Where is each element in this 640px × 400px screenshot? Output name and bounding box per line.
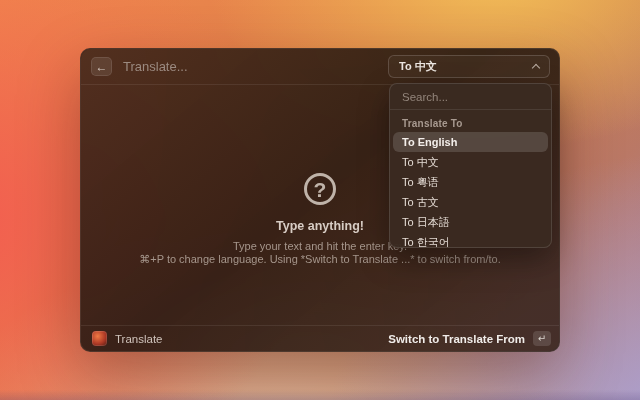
question-mark-icon: ? (304, 173, 336, 205)
dropdown-section-label: Translate To (390, 110, 551, 132)
target-language-select[interactable]: To 中文 (388, 55, 550, 78)
statusbar: Translate Switch to Translate From ↵ (81, 325, 559, 351)
question-glyph: ? (314, 179, 327, 200)
language-option-yueyu[interactable]: To 粤语 (390, 172, 551, 192)
language-dropdown-panel: Translate To To English To 中文 To 粤语 To 古… (389, 83, 552, 248)
empty-state-title: Type anything! (276, 219, 364, 233)
language-search-input[interactable] (390, 84, 551, 110)
enter-key-icon: ↵ (533, 331, 551, 346)
empty-state-description-line1: Type your text and hit the enter key. (233, 240, 407, 253)
translate-text-input[interactable] (123, 59, 353, 74)
switch-translate-from-action[interactable]: Switch to Translate From ↵ (388, 331, 551, 346)
back-button[interactable]: ← (91, 57, 112, 76)
language-option-japanese[interactable]: To 日本語 (390, 212, 551, 232)
desktop-background: ← To 中文 ? Type anything! Type your text … (0, 0, 640, 400)
language-option-english[interactable]: To English (393, 132, 548, 152)
translate-window: ← To 中文 ? Type anything! Type your text … (80, 48, 560, 352)
window-topbar: ← To 中文 (81, 49, 559, 85)
translate-app-icon (92, 331, 107, 346)
target-language-value: To 中文 (399, 59, 437, 74)
action-label: Switch to Translate From (388, 333, 525, 345)
empty-state-description-line2: ⌘+P to change language. Using *Switch to… (139, 253, 500, 266)
app-name-label: Translate (115, 333, 163, 345)
language-option-korean[interactable]: To 한국어 (390, 232, 551, 248)
language-option-guwen[interactable]: To 古文 (390, 192, 551, 212)
chevron-up-icon (532, 64, 540, 72)
back-arrow-icon: ← (96, 61, 108, 73)
language-option-zhongwen[interactable]: To 中文 (390, 152, 551, 172)
